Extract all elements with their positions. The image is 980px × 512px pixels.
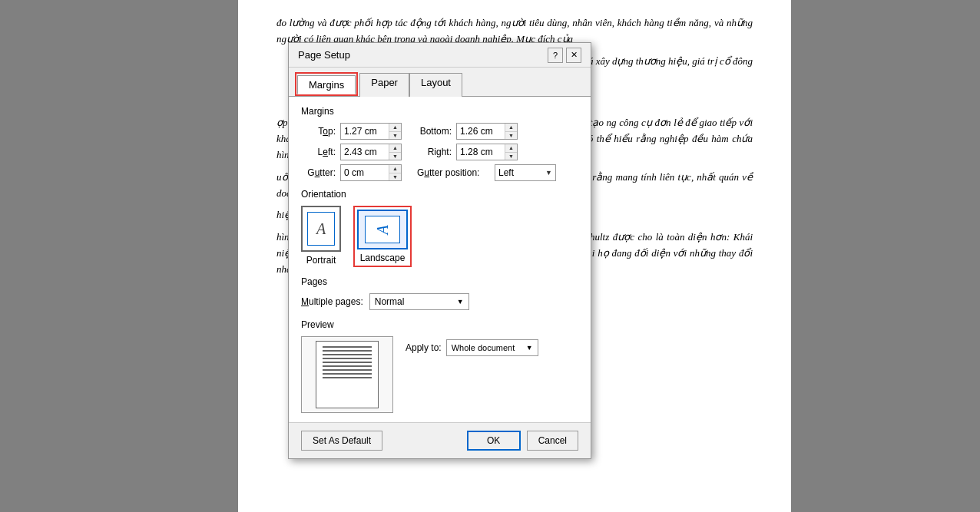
bottom-input[interactable] bbox=[460, 126, 506, 137]
bottom-spin-buttons: ▲ ▼ bbox=[505, 124, 517, 139]
preview-line-7 bbox=[323, 369, 372, 371]
gutter-position-row: Gutter position: Left ▼ bbox=[417, 164, 556, 181]
dialog-content: Margins Top: ▲ ▼ Bottom: ▲ bbox=[289, 97, 591, 422]
right-label: Right: bbox=[417, 147, 452, 157]
multiple-pages-select[interactable]: Normal ▼ bbox=[369, 293, 469, 310]
right-input[interactable] bbox=[460, 147, 506, 157]
preview-line-4 bbox=[323, 358, 372, 359]
top-spin-down[interactable]: ▼ bbox=[389, 132, 401, 140]
orientation-options: A Portrait A Landscape bbox=[301, 206, 578, 267]
pages-label: Pages bbox=[301, 276, 578, 287]
right-margin-row: Right: ▲ ▼ bbox=[417, 144, 518, 160]
tabs-bar: Margins Paper Layout bbox=[289, 68, 591, 97]
apply-to-label: Apply to: bbox=[406, 342, 442, 353]
apply-to-select[interactable]: Whole document ▼ bbox=[446, 339, 538, 356]
gutter-position-arrow-icon: ▼ bbox=[545, 169, 552, 177]
top-margin-row: Top: ▲ ▼ bbox=[301, 123, 402, 140]
titlebar-buttons: ? ✕ bbox=[548, 48, 581, 63]
landscape-label: Landscape bbox=[360, 253, 406, 263]
apply-to-value: Whole document bbox=[452, 343, 515, 352]
preview-section: Preview bbox=[301, 319, 578, 413]
right-spin-down[interactable]: ▼ bbox=[505, 153, 517, 160]
right-input-container: ▲ ▼ bbox=[456, 144, 518, 160]
close-button[interactable]: ✕ bbox=[566, 48, 581, 63]
pages-section: Pages Multiple pages: Normal ▼ bbox=[301, 276, 578, 310]
tab-paper[interactable]: Paper bbox=[359, 73, 409, 97]
right-spin-up[interactable]: ▲ bbox=[505, 144, 517, 153]
left-spin-down[interactable]: ▼ bbox=[389, 153, 401, 160]
preview-line-9 bbox=[323, 377, 372, 378]
preview-label: Preview bbox=[301, 319, 578, 330]
orientation-section: Orientation A Portrait A bbox=[301, 189, 578, 267]
preview-line-6 bbox=[323, 365, 372, 367]
portrait-icon: A bbox=[301, 206, 341, 252]
bottom-margin-row: Bottom: ▲ ▼ bbox=[417, 123, 518, 140]
orientation-label: Orientation bbox=[301, 189, 578, 200]
preview-line-3 bbox=[323, 354, 372, 355]
footer-right-buttons: OK Cancel bbox=[467, 431, 578, 451]
gutter-spin-buttons: ▲ ▼ bbox=[389, 165, 401, 180]
multiple-pages-value: Normal bbox=[375, 296, 405, 307]
top-label: Top: bbox=[301, 126, 336, 137]
preview-side: Apply to: Whole document ▼ bbox=[406, 336, 538, 356]
bottom-spin-up[interactable]: ▲ bbox=[505, 124, 517, 132]
gutter-spin-down[interactable]: ▼ bbox=[389, 173, 401, 181]
bottom-spin-down[interactable]: ▼ bbox=[505, 132, 517, 140]
multiple-pages-label: Multiple pages: bbox=[301, 296, 363, 307]
gutter-spin-up[interactable]: ▲ bbox=[389, 165, 401, 173]
preview-line-1 bbox=[323, 346, 372, 348]
preview-line-8 bbox=[323, 373, 372, 375]
top-input-container: ▲ ▼ bbox=[340, 123, 402, 140]
right-spin-buttons: ▲ ▼ bbox=[505, 144, 517, 160]
apply-to-row: Apply to: Whole document ▼ bbox=[406, 339, 538, 356]
gutter-label: Gutter: bbox=[301, 167, 336, 178]
portrait-letter: A bbox=[316, 220, 326, 238]
tab-layout[interactable]: Layout bbox=[409, 73, 462, 97]
landscape-option[interactable]: A Landscape bbox=[353, 206, 412, 267]
ok-button[interactable]: OK bbox=[467, 431, 521, 451]
left-spin-buttons: ▲ ▼ bbox=[389, 144, 401, 160]
preview-line-2 bbox=[323, 350, 372, 352]
dialog-footer: Set As Default OK Cancel bbox=[289, 422, 591, 458]
pages-row: Multiple pages: Normal ▼ bbox=[301, 293, 578, 310]
apply-to-arrow-icon: ▼ bbox=[526, 344, 533, 352]
landscape-icon-inner: A bbox=[365, 216, 400, 243]
cancel-button[interactable]: Cancel bbox=[527, 431, 578, 451]
portrait-label: Portrait bbox=[306, 255, 336, 266]
gutter-input-container: ▲ ▼ bbox=[340, 164, 402, 181]
help-button[interactable]: ? bbox=[548, 48, 563, 63]
gutter-position-value: Left bbox=[498, 167, 514, 178]
dialog-title: Page Setup bbox=[298, 49, 350, 61]
landscape-letter: A bbox=[374, 225, 392, 234]
multiple-pages-arrow-icon: ▼ bbox=[457, 298, 464, 306]
top-spin-buttons: ▲ ▼ bbox=[389, 124, 401, 139]
preview-box bbox=[301, 336, 393, 413]
gutter-position-select[interactable]: Left ▼ bbox=[495, 164, 556, 181]
margins-section-label: Margins bbox=[301, 106, 578, 117]
left-input-container: ▲ ▼ bbox=[340, 144, 402, 160]
preview-line-5 bbox=[323, 362, 372, 363]
portrait-icon-inner: A bbox=[307, 212, 335, 246]
bottom-input-container: ▲ ▼ bbox=[456, 123, 518, 140]
page-setup-dialog: Page Setup ? ✕ Margins Paper Layout Marg… bbox=[288, 42, 591, 459]
set-as-default-button[interactable]: Set As Default bbox=[301, 431, 382, 451]
left-input[interactable] bbox=[344, 147, 390, 157]
dialog-titlebar: Page Setup ? ✕ bbox=[289, 43, 591, 68]
gutter-position-label: Gutter position: bbox=[417, 167, 490, 178]
bottom-label: Bottom: bbox=[417, 126, 452, 137]
gutter-input[interactable] bbox=[344, 167, 390, 178]
portrait-option[interactable]: A Portrait bbox=[301, 206, 341, 266]
preview-page bbox=[316, 341, 379, 408]
landscape-icon: A bbox=[357, 210, 408, 249]
preview-area: Apply to: Whole document ▼ bbox=[301, 336, 578, 413]
gutter-row: Gutter: ▲ ▼ bbox=[301, 164, 402, 181]
left-spin-up[interactable]: ▲ bbox=[389, 144, 401, 153]
left-label: Left: bbox=[301, 147, 336, 157]
top-spin-up[interactable]: ▲ bbox=[389, 124, 401, 132]
left-margin-row: Left: ▲ ▼ bbox=[301, 144, 402, 160]
top-input[interactable] bbox=[344, 126, 390, 137]
tab-margins[interactable]: Margins bbox=[297, 75, 356, 94]
